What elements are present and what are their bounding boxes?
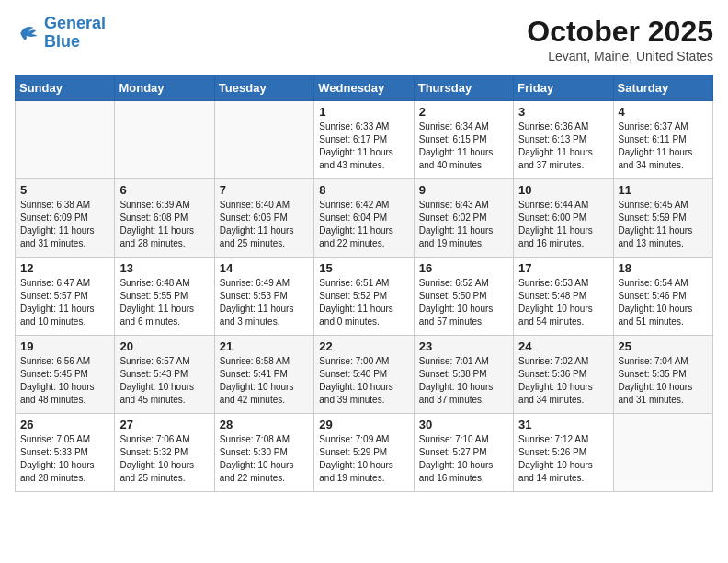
calendar-week-row: 1Sunrise: 6:33 AM Sunset: 6:17 PM Daylig…: [16, 101, 713, 179]
page-header: General Blue October 2025 Levant, Maine,…: [15, 15, 713, 63]
calendar-cell: [115, 101, 214, 179]
day-number: 23: [419, 339, 508, 353]
title-block: October 2025 Levant, Maine, United State…: [527, 15, 713, 63]
calendar-week-row: 12Sunrise: 6:47 AM Sunset: 5:57 PM Dayli…: [16, 258, 713, 336]
calendar-cell: 21Sunrise: 6:58 AM Sunset: 5:41 PM Dayli…: [214, 336, 313, 414]
day-number: 8: [319, 183, 408, 197]
logo-text: General Blue: [44, 15, 106, 52]
day-number: 7: [220, 183, 309, 197]
calendar-week-row: 19Sunrise: 6:56 AM Sunset: 5:45 PM Dayli…: [16, 336, 713, 414]
day-number: 5: [20, 183, 109, 197]
day-info: Sunrise: 6:36 AM Sunset: 6:13 PM Dayligh…: [518, 121, 608, 172]
calendar-cell: 24Sunrise: 7:02 AM Sunset: 5:36 PM Dayli…: [514, 336, 613, 414]
weekday-header: Friday: [514, 75, 613, 101]
weekday-header: Sunday: [16, 75, 115, 101]
day-info: Sunrise: 6:51 AM Sunset: 5:52 PM Dayligh…: [319, 277, 408, 328]
day-info: Sunrise: 6:39 AM Sunset: 6:08 PM Dayligh…: [119, 199, 209, 250]
day-info: Sunrise: 6:42 AM Sunset: 6:04 PM Dayligh…: [319, 199, 408, 250]
calendar-cell: 22Sunrise: 7:00 AM Sunset: 5:40 PM Dayli…: [314, 336, 414, 414]
day-number: 2: [419, 105, 508, 119]
location: Levant, Maine, United States: [527, 49, 713, 63]
day-info: Sunrise: 7:01 AM Sunset: 5:38 PM Dayligh…: [419, 355, 508, 407]
day-info: Sunrise: 6:53 AM Sunset: 5:48 PM Dayligh…: [518, 277, 608, 328]
day-number: 29: [319, 418, 408, 431]
calendar-cell: 27Sunrise: 7:06 AM Sunset: 5:32 PM Dayli…: [115, 414, 214, 492]
day-number: 16: [419, 261, 508, 275]
weekday-header: Wednesday: [314, 75, 414, 101]
day-number: 1: [319, 105, 408, 119]
calendar-cell: 25Sunrise: 7:04 AM Sunset: 5:35 PM Dayli…: [613, 336, 712, 414]
day-number: 9: [419, 183, 508, 197]
day-number: 10: [518, 183, 608, 197]
calendar-cell: 19Sunrise: 6:56 AM Sunset: 5:45 PM Dayli…: [16, 336, 115, 414]
day-info: Sunrise: 6:49 AM Sunset: 5:53 PM Dayligh…: [220, 277, 309, 328]
day-number: 17: [518, 261, 608, 275]
day-number: 31: [518, 418, 608, 431]
day-number: 22: [319, 339, 408, 353]
day-info: Sunrise: 7:00 AM Sunset: 5:40 PM Dayligh…: [319, 355, 408, 407]
day-number: 4: [619, 105, 708, 119]
day-number: 15: [319, 261, 408, 275]
calendar-cell: 1Sunrise: 6:33 AM Sunset: 6:17 PM Daylig…: [314, 101, 414, 179]
day-info: Sunrise: 6:57 AM Sunset: 5:43 PM Dayligh…: [119, 355, 209, 407]
calendar-cell: 28Sunrise: 7:08 AM Sunset: 5:30 PM Dayli…: [214, 414, 313, 492]
calendar-cell: 13Sunrise: 6:48 AM Sunset: 5:55 PM Dayli…: [115, 258, 214, 336]
day-number: 18: [619, 261, 708, 275]
day-info: Sunrise: 7:05 AM Sunset: 5:33 PM Dayligh…: [20, 433, 109, 485]
day-info: Sunrise: 7:02 AM Sunset: 5:36 PM Dayligh…: [518, 355, 608, 407]
calendar-cell: 20Sunrise: 6:57 AM Sunset: 5:43 PM Dayli…: [115, 336, 214, 414]
day-info: Sunrise: 6:40 AM Sunset: 6:06 PM Dayligh…: [220, 199, 309, 250]
day-info: Sunrise: 6:33 AM Sunset: 6:17 PM Dayligh…: [319, 121, 408, 172]
calendar-cell: 12Sunrise: 6:47 AM Sunset: 5:57 PM Dayli…: [16, 258, 115, 336]
weekday-header-row: SundayMondayTuesdayWednesdayThursdayFrid…: [16, 75, 713, 101]
calendar-cell: 15Sunrise: 6:51 AM Sunset: 5:52 PM Dayli…: [314, 258, 414, 336]
calendar-cell: 23Sunrise: 7:01 AM Sunset: 5:38 PM Dayli…: [414, 336, 513, 414]
day-number: 3: [518, 105, 608, 119]
calendar-cell: 16Sunrise: 6:52 AM Sunset: 5:50 PM Dayli…: [414, 258, 513, 336]
day-info: Sunrise: 6:44 AM Sunset: 6:00 PM Dayligh…: [518, 199, 608, 250]
day-number: 24: [518, 339, 608, 353]
day-info: Sunrise: 6:48 AM Sunset: 5:55 PM Dayligh…: [119, 277, 209, 328]
day-info: Sunrise: 6:43 AM Sunset: 6:02 PM Dayligh…: [419, 199, 508, 250]
calendar-cell: 2Sunrise: 6:34 AM Sunset: 6:15 PM Daylig…: [414, 101, 513, 179]
day-info: Sunrise: 6:37 AM Sunset: 6:11 PM Dayligh…: [619, 121, 708, 172]
calendar-cell: 17Sunrise: 6:53 AM Sunset: 5:48 PM Dayli…: [514, 258, 613, 336]
calendar-cell: 8Sunrise: 6:42 AM Sunset: 6:04 PM Daylig…: [314, 179, 414, 258]
day-info: Sunrise: 7:12 AM Sunset: 5:26 PM Dayligh…: [518, 433, 608, 485]
calendar-cell: 6Sunrise: 6:39 AM Sunset: 6:08 PM Daylig…: [115, 179, 214, 258]
calendar-cell: 29Sunrise: 7:09 AM Sunset: 5:29 PM Dayli…: [314, 414, 414, 492]
calendar-cell: 9Sunrise: 6:43 AM Sunset: 6:02 PM Daylig…: [414, 179, 513, 258]
calendar-cell: 3Sunrise: 6:36 AM Sunset: 6:13 PM Daylig…: [514, 101, 613, 179]
day-info: Sunrise: 7:09 AM Sunset: 5:29 PM Dayligh…: [319, 433, 408, 485]
weekday-header: Thursday: [414, 75, 513, 101]
day-number: 21: [220, 339, 309, 353]
calendar-cell: 18Sunrise: 6:54 AM Sunset: 5:46 PM Dayli…: [613, 258, 712, 336]
day-info: Sunrise: 7:10 AM Sunset: 5:27 PM Dayligh…: [419, 433, 508, 485]
calendar-cell: 11Sunrise: 6:45 AM Sunset: 5:59 PM Dayli…: [613, 179, 712, 258]
day-number: 26: [20, 418, 109, 431]
month-title: October 2025: [527, 15, 713, 49]
calendar-cell: [16, 101, 115, 179]
calendar-cell: 4Sunrise: 6:37 AM Sunset: 6:11 PM Daylig…: [613, 101, 712, 179]
calendar-cell: 5Sunrise: 6:38 AM Sunset: 6:09 PM Daylig…: [16, 179, 115, 258]
day-number: 27: [119, 418, 209, 431]
day-number: 20: [119, 339, 209, 353]
day-info: Sunrise: 6:45 AM Sunset: 5:59 PM Dayligh…: [619, 199, 708, 250]
calendar-cell: 31Sunrise: 7:12 AM Sunset: 5:26 PM Dayli…: [514, 414, 613, 492]
day-number: 28: [220, 418, 309, 431]
calendar-cell: 10Sunrise: 6:44 AM Sunset: 6:00 PM Dayli…: [514, 179, 613, 258]
day-info: Sunrise: 6:38 AM Sunset: 6:09 PM Dayligh…: [20, 199, 109, 250]
day-info: Sunrise: 7:06 AM Sunset: 5:32 PM Dayligh…: [119, 433, 209, 485]
day-info: Sunrise: 6:52 AM Sunset: 5:50 PM Dayligh…: [419, 277, 508, 328]
day-info: Sunrise: 6:47 AM Sunset: 5:57 PM Dayligh…: [20, 277, 109, 328]
calendar-cell: 14Sunrise: 6:49 AM Sunset: 5:53 PM Dayli…: [214, 258, 313, 336]
day-number: 14: [220, 261, 309, 275]
day-info: Sunrise: 6:34 AM Sunset: 6:15 PM Dayligh…: [419, 121, 508, 172]
calendar-cell: [214, 101, 313, 179]
calendar-cell: 7Sunrise: 6:40 AM Sunset: 6:06 PM Daylig…: [214, 179, 313, 258]
day-number: 19: [20, 339, 109, 353]
calendar-cell: 30Sunrise: 7:10 AM Sunset: 5:27 PM Dayli…: [414, 414, 513, 492]
day-number: 11: [619, 183, 708, 197]
calendar-cell: 26Sunrise: 7:05 AM Sunset: 5:33 PM Dayli…: [16, 414, 115, 492]
calendar-week-row: 5Sunrise: 6:38 AM Sunset: 6:09 PM Daylig…: [16, 179, 713, 258]
